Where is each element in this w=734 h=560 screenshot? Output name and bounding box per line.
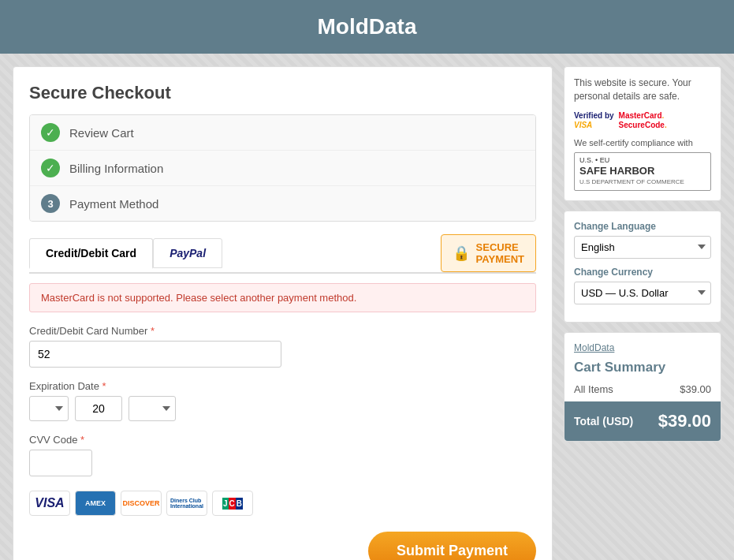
currency-select[interactable]: USD — U.S. Dollar EUR — Euro GBP — Briti… — [574, 282, 711, 304]
tab-paypal[interactable]: PayPal — [153, 238, 222, 268]
tab-separator — [29, 272, 536, 274]
language-select[interactable]: English Spanish French German — [574, 236, 711, 259]
submit-row: Submit Payment — [29, 532, 536, 560]
card-number-input[interactable] — [29, 341, 281, 368]
card-logos: VISA AMEX DISCOVER Diners ClubInternatio… — [29, 491, 536, 516]
all-items-label: All Items — [574, 383, 613, 395]
visa-logo: VISA — [29, 491, 70, 516]
step-review: ✓ Review Cart — [30, 115, 535, 151]
step-payment-label: Payment Method — [69, 197, 158, 211]
security-text: This website is secure. Your personal de… — [574, 77, 711, 103]
secure-badge-text: SECURE PAYMENT — [476, 241, 524, 265]
discover-logo: DISCOVER — [121, 491, 162, 516]
step-check-icon-1: ✓ — [41, 123, 60, 142]
sidebar: This website is secure. Your personal de… — [564, 66, 721, 560]
step-num-icon-3: 3 — [41, 194, 60, 213]
cvv-label: CVV Code * — [29, 434, 536, 446]
step-billing-label: Billing Information — [69, 162, 163, 175]
safe-harbor-title: SAFE HARBOR — [579, 165, 706, 178]
safe-harbor-region: U.S. • EU — [579, 156, 706, 166]
payment-tabs: Credit/Debit Card PayPal 🔒 SECURE PAYMEN… — [29, 234, 536, 272]
verified-visa-logo: Verified byVISA — [574, 111, 614, 130]
card-number-label: Credit/Debit Card Number * — [29, 325, 536, 337]
checkout-title: Secure Checkout — [29, 83, 536, 103]
lang-currency-box: Change Language English Spanish French G… — [564, 211, 721, 323]
total-label: Total (USD) — [574, 415, 633, 427]
checkout-panel: Secure Checkout ✓ Review Cart ✓ Billing … — [13, 66, 553, 560]
all-items-value: $39.00 — [680, 383, 711, 395]
tab-credit-card[interactable]: Credit/Debit Card — [29, 238, 153, 269]
secure-payment-badge: 🔒 SECURE PAYMENT — [441, 234, 536, 272]
step-review-label: Review Cart — [69, 126, 134, 140]
change-language-label: Change Language — [574, 221, 711, 232]
molddata-link[interactable]: MoldData — [574, 342, 711, 353]
page-header: MoldData — [0, 0, 734, 54]
change-currency-label: Change Currency — [574, 267, 711, 278]
cvv-input[interactable] — [29, 450, 92, 476]
expiry-year-select[interactable]: 24252627 282930 — [129, 396, 176, 421]
safe-harbor-box: U.S. • EU SAFE HARBOR U.S DEPARTMENT OF … — [574, 152, 711, 191]
security-box: This website is secure. Your personal de… — [564, 66, 721, 201]
steps-container: ✓ Review Cart ✓ Billing Information 3 Pa… — [29, 114, 536, 222]
card-number-group: Credit/Debit Card Number * — [29, 325, 536, 368]
error-message: MasterCard is not supported. Please sele… — [29, 283, 536, 312]
cvv-group: CVV Code * — [29, 434, 536, 476]
safe-harbor-dept: U.S DEPARTMENT OF COMMERCE — [579, 178, 706, 186]
cart-summary-title: Cart Summary — [574, 360, 711, 375]
amex-logo: AMEX — [75, 491, 116, 516]
step-payment: 3 Payment Method — [30, 186, 535, 221]
lock-icon: 🔒 — [453, 245, 470, 262]
expiration-label: Expiration Date * — [29, 380, 536, 392]
total-row: Total (USD) $39.00 — [564, 401, 721, 441]
total-amount: $39.00 — [658, 411, 711, 431]
site-title: MoldData — [14, 14, 720, 39]
step-check-icon-2: ✓ — [41, 159, 60, 177]
expiry-row: 01020304 05060708 09101112 24252627 2829… — [29, 396, 536, 421]
expiry-year-input[interactable] — [75, 396, 122, 421]
diners-logo: Diners ClubInternational — [166, 491, 207, 516]
jcb-logo: JCB — [212, 491, 253, 516]
step-billing: ✓ Billing Information — [30, 151, 535, 186]
safe-harbor-compliance-text: We self-certify compliance with — [574, 138, 711, 147]
expiration-group: Expiration Date * 01020304 05060708 0910… — [29, 380, 536, 421]
cart-summary-box: MoldData Cart Summary All Items $39.00 T… — [564, 332, 721, 442]
expiry-month-select[interactable]: 01020304 05060708 09101112 — [29, 396, 69, 421]
submit-payment-button[interactable]: Submit Payment — [368, 532, 536, 560]
security-logos: Verified byVISA MasterCard. SecureCode. — [574, 111, 711, 130]
mastercard-secure-logo: MasterCard. SecureCode. — [619, 111, 667, 130]
all-items-row: All Items $39.00 — [574, 383, 711, 395]
